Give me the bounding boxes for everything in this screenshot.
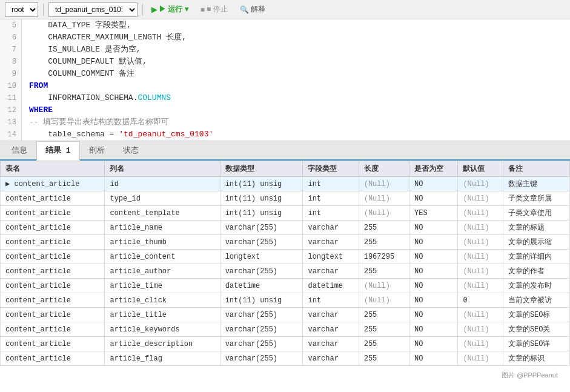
table-cell: varchar(255) — [220, 308, 303, 322]
tab-剖析[interactable]: 剖析 — [80, 141, 114, 159]
db-select[interactable]: td_peanut_cms_010: — [48, 2, 138, 17]
table-cell: (Null) — [458, 308, 503, 322]
tab-状态[interactable]: 状态 — [114, 141, 148, 159]
explain-label: 解释 — [251, 4, 265, 15]
table-cell: (Null) — [458, 206, 503, 221]
table-cell: 文章的展示缩 — [503, 235, 569, 250]
code-token: WHERE — [29, 105, 53, 115]
table-cell: longtext — [303, 250, 359, 264]
table-cell: article_content — [105, 250, 220, 264]
table-row[interactable]: content_articlearticle_flagvarchar(255)v… — [1, 351, 570, 366]
run-button[interactable]: ▶ ▶ 运行 ▾ — [148, 3, 192, 16]
stop-button[interactable]: ■ ■ 停止 — [197, 3, 231, 16]
code-token: 备注 — [119, 69, 134, 78]
code-line: 7 IS_NULLABLE 是否为空, — [0, 44, 570, 56]
table-cell-tablename: content_article — [1, 293, 105, 308]
tabs-bar: 信息结果 1剖析状态 — [0, 141, 570, 161]
table-cell: int(11) unsig — [220, 206, 303, 221]
line-content: -- 填写要导出表结构的数据库名称即可 — [22, 116, 169, 128]
code-token: DATA_TYPE — [29, 21, 95, 30]
table-row[interactable]: content_articlearticle_titlevarchar(255)… — [1, 308, 570, 322]
table-cell: article_flag — [105, 351, 220, 366]
table-row[interactable]: content_articlearticle_timedatetimedatet… — [1, 279, 570, 293]
table-row[interactable]: content_articlearticle_keywordsvarchar(2… — [1, 322, 570, 337]
table-header: 是否为空 — [409, 161, 458, 177]
table-cell: (Null) — [359, 279, 409, 293]
table-cell: varchar — [303, 235, 359, 250]
table-cell: varchar(255) — [220, 221, 303, 235]
line-number: 9 — [0, 68, 22, 80]
table-cell: varchar(255) — [220, 235, 303, 250]
table-cell: 文章的SEO详 — [503, 337, 569, 351]
table-cell: NO — [409, 177, 458, 191]
table-cell: datetime — [220, 279, 303, 293]
code-line: 10FROM — [0, 80, 570, 92]
table-cell-tablename: content_article — [1, 221, 105, 235]
table-cell: 255 — [359, 351, 409, 366]
table-cell: 1967295 — [359, 250, 409, 264]
table-cell: longtext — [220, 250, 303, 264]
table-cell: 子类文章所属 — [503, 191, 569, 206]
table-cell-tablename: content_article — [1, 322, 105, 337]
table-cell: 255 — [359, 322, 409, 337]
code-token: COLUMNS — [138, 93, 171, 102]
result-area[interactable]: 表名列名数据类型字段类型长度是否为空默认值备注▶ content_article… — [0, 161, 570, 366]
code-token: 字段类型, — [95, 21, 131, 30]
table-row[interactable]: ▶ content_articleidint(11) unsigint(Null… — [1, 177, 570, 191]
table-cell: (Null) — [359, 206, 409, 221]
code-token: INFORMATION_SCHEMA. — [29, 93, 138, 102]
table-row[interactable]: content_articlearticle_namevarchar(255)v… — [1, 221, 570, 235]
tab-信息[interactable]: 信息 — [2, 141, 36, 159]
table-cell: varchar(255) — [220, 351, 303, 366]
editor-area: 5 DATA_TYPE 字段类型,6 CHARACTER_MAXIMUM_LEN… — [0, 19, 570, 141]
table-row[interactable]: content_articlecontent_templateint(11) u… — [1, 206, 570, 221]
table-row[interactable]: content_articlearticle_thumbvarchar(255)… — [1, 235, 570, 250]
table-cell-tablename: content_article — [1, 308, 105, 322]
table-cell: 当前文章被访 — [503, 293, 569, 308]
code-token: -- 填写要导出表结构的数据库名称即可 — [29, 118, 169, 127]
table-cell: varchar — [303, 221, 359, 235]
code-token: COLUMN_COMMENT — [29, 69, 119, 78]
line-content: WHERE — [22, 104, 53, 116]
table-cell: (Null) — [458, 337, 503, 351]
line-content: table_schema = 'td_peanut_cms_0103' — [22, 128, 213, 141]
table-cell-tablename: content_article — [1, 250, 105, 264]
table-cell: (Null) — [458, 221, 503, 235]
table-cell: article_click — [105, 293, 220, 308]
table-cell: (Null) — [458, 322, 503, 337]
line-content: CHARACTER_MAXIMUM_LENGTH 长度, — [22, 32, 187, 44]
table-cell-tablename: content_article — [1, 337, 105, 351]
code-token: 是否为空, — [105, 45, 141, 54]
table-cell: 文章的SEO关 — [503, 322, 569, 337]
run-label: ▶ 运行 ▾ — [159, 4, 188, 15]
tab-结果-1[interactable]: 结果 1 — [36, 141, 80, 161]
table-cell: (Null) — [359, 293, 409, 308]
table-cell: 数据主键 — [503, 177, 569, 191]
separator-2 — [142, 4, 143, 16]
table-cell: article_time — [105, 279, 220, 293]
table-row[interactable]: content_articlearticle_descriptionvarcha… — [1, 337, 570, 351]
table-cell: YES — [409, 206, 458, 221]
table-cell: NO — [409, 308, 458, 322]
stop-icon: ■ — [200, 5, 205, 14]
line-number: 14 — [0, 128, 22, 141]
root-select[interactable]: root — [5, 2, 38, 17]
table-cell: varchar(255) — [220, 264, 303, 279]
table-cell: (Null) — [458, 235, 503, 250]
explain-button[interactable]: 🔍 解释 — [236, 3, 269, 16]
table-cell: NO — [409, 191, 458, 206]
table-header: 列名 — [105, 161, 220, 177]
table-row[interactable]: content_articlearticle_authorvarchar(255… — [1, 264, 570, 279]
code-line: 12WHERE — [0, 104, 570, 116]
table-row[interactable]: content_articletype_idint(11) unsigint(N… — [1, 191, 570, 206]
table-header: 表名 — [1, 161, 105, 177]
table-cell: 子类文章使用 — [503, 206, 569, 221]
table-cell-tablename: content_article — [1, 264, 105, 279]
table-row[interactable]: content_articlearticle_contentlongtextlo… — [1, 250, 570, 264]
table-cell-tablename: content_article — [1, 279, 105, 293]
table-row[interactable]: content_articlearticle_clickint(11) unsi… — [1, 293, 570, 308]
table-cell-tablename: content_article — [1, 351, 105, 366]
table-cell: type_id — [105, 191, 220, 206]
table-cell: varchar — [303, 264, 359, 279]
explain-icon: 🔍 — [240, 5, 249, 14]
